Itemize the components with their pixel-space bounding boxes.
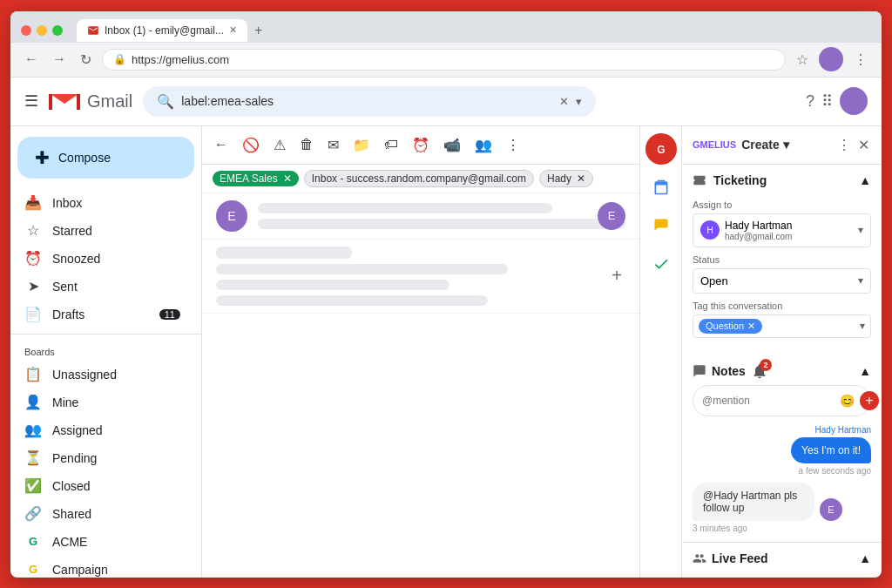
- help-button[interactable]: ?: [806, 92, 814, 111]
- search-tag-inbox[interactable]: Inbox - success.random.company@gmail.com: [304, 170, 534, 187]
- no-entry-button[interactable]: 🚫: [237, 132, 265, 159]
- add-email-button[interactable]: +: [605, 264, 629, 288]
- inbox-icon: 📥: [24, 194, 42, 211]
- note-input-area[interactable]: 😊 +: [693, 385, 871, 416]
- sidebar-item-snoozed[interactable]: ⏰ Snoozed: [10, 245, 194, 273]
- conversation-tag: Question ✕: [699, 319, 762, 334]
- lock-icon: 🔒: [113, 53, 126, 65]
- note-add-button[interactable]: +: [860, 391, 879, 410]
- assign-select[interactable]: H Hady Hartman hady@gmail.com ▾: [693, 213, 871, 247]
- user-avatar-browser[interactable]: [819, 47, 843, 71]
- address-bar[interactable]: 🔒 https://gmelius.com: [102, 49, 786, 71]
- emoji-button[interactable]: 😊: [840, 394, 855, 408]
- boards-section-label: Boards: [10, 340, 201, 361]
- back-button[interactable]: ←: [21, 48, 42, 71]
- video-button[interactable]: 📹: [438, 132, 466, 159]
- ticketing-label: Ticketing: [713, 173, 767, 187]
- compose-button[interactable]: ✚ Compose: [17, 137, 194, 179]
- search-tag-hady[interactable]: Hady ✕: [539, 170, 593, 187]
- notes-section-body: 😊 + Hady Hartman Yes I'm on it!: [682, 385, 882, 542]
- sidebar-item-drafts[interactable]: 📄 Drafts 11: [10, 301, 194, 328]
- sidebar-item-closed[interactable]: ✅ Closed: [10, 472, 194, 500]
- email-skeleton-lines-1: [258, 203, 625, 229]
- user-avatar-gmail[interactable]: [840, 87, 868, 115]
- forward-button[interactable]: →: [49, 48, 70, 71]
- star-icon: ☆: [24, 222, 42, 239]
- note-mention-input[interactable]: [702, 395, 833, 407]
- assign-button[interactable]: 👥: [470, 132, 497, 159]
- clock-button[interactable]: ⏰: [407, 132, 435, 159]
- note-bubble-wrap-1: Hady Hartman Yes I'm on it!: [791, 425, 871, 463]
- minimize-traffic-light[interactable]: [37, 25, 47, 36]
- sidebar-item-unassigned-label: Unassigned: [52, 368, 180, 382]
- drafts-icon: 📄: [24, 306, 42, 322]
- alert-button[interactable]: ⚠: [268, 132, 291, 159]
- delete-button[interactable]: 🗑: [294, 132, 319, 158]
- sidebar-divider: [10, 334, 201, 335]
- sidebar-item-pending[interactable]: ⏳ Pending: [10, 444, 194, 472]
- sidebar-item-sent[interactable]: ➤ Sent: [10, 273, 194, 301]
- search-bar[interactable]: 🔍 ✕ ▾: [143, 86, 596, 117]
- note-time-2: 3 minutes ago: [693, 524, 747, 533]
- search-dropdown-button[interactable]: ▾: [576, 95, 582, 108]
- sidebar-item-starred[interactable]: ☆ Starred: [10, 217, 194, 245]
- calendar-strip-button[interactable]: [645, 172, 677, 203]
- bookmark-button[interactable]: ☆: [793, 48, 812, 71]
- search-clear-button[interactable]: ✕: [559, 95, 569, 108]
- hamburger-menu-button[interactable]: ☰: [24, 91, 38, 111]
- live-feed-section-header[interactable]: Live Feed ▲: [682, 542, 882, 571]
- gmelius-brand-label: GMELIUS: [693, 139, 736, 150]
- live-feed-label: Live Feed: [712, 551, 768, 565]
- sidebar-item-mine[interactable]: 👤 Mine: [10, 389, 194, 416]
- tag-input-area[interactable]: Question ✕ ▾: [693, 314, 871, 338]
- email-item-1[interactable]: E E: [202, 193, 639, 240]
- notes-section-header[interactable]: Notes 2 ▲: [682, 354, 882, 385]
- folder-button[interactable]: 📁: [348, 132, 375, 159]
- check-strip-button[interactable]: [645, 248, 677, 280]
- tag-button[interactable]: 🏷: [379, 132, 403, 158]
- sent-icon: ➤: [24, 278, 42, 294]
- assigned-icon: 👥: [24, 422, 42, 438]
- notes-strip-button[interactable]: [645, 210, 677, 241]
- compose-plus-icon: ✚: [35, 147, 50, 168]
- create-button[interactable]: Create ▾: [741, 138, 789, 152]
- apps-button[interactable]: ⠿: [821, 91, 833, 111]
- gmelius-more-button[interactable]: ⋮: [835, 135, 853, 155]
- ticket-icon: [693, 173, 706, 187]
- browser-titlebar: Inbox (1) - emily@gmail... ✕ +: [10, 11, 882, 43]
- search-input[interactable]: [181, 94, 552, 108]
- search-tag-emea-remove[interactable]: ✕: [283, 172, 292, 185]
- more-button[interactable]: ⋮: [501, 132, 525, 159]
- conversation-tag-remove[interactable]: ✕: [747, 321, 755, 332]
- gmelius-strip-button[interactable]: G: [645, 133, 677, 165]
- scroll-more-indicator: ▾: [682, 571, 882, 578]
- sidebar-item-campaign[interactable]: G Campaign: [10, 556, 194, 578]
- sidebar-item-inbox[interactable]: 📥 Inbox: [10, 189, 194, 217]
- back-to-list-button[interactable]: ←: [209, 132, 233, 158]
- notes-section-icon: [693, 364, 706, 378]
- status-select[interactable]: Open ▾: [693, 268, 871, 294]
- browser-tab[interactable]: Inbox (1) - emily@gmail... ✕: [77, 19, 247, 42]
- search-tag-hady-remove[interactable]: ✕: [577, 172, 585, 185]
- search-tag-emea[interactable]: EMEA Sales ✕: [213, 171, 299, 186]
- close-traffic-light[interactable]: [21, 25, 31, 36]
- sidebar-item-pending-label: Pending: [52, 451, 180, 465]
- email-item-2[interactable]: +: [202, 240, 639, 314]
- sidebar-item-unassigned[interactable]: 📋 Unassigned: [10, 361, 194, 389]
- gmelius-close-button[interactable]: ✕: [856, 135, 871, 155]
- svg-text:G: G: [657, 144, 665, 156]
- maximize-traffic-light[interactable]: [52, 25, 63, 36]
- sidebar-item-shared[interactable]: 🔗 Shared: [10, 500, 194, 528]
- gmail-logo: Gmail: [49, 91, 132, 112]
- close-tab-button[interactable]: ✕: [229, 24, 237, 36]
- sidebar-item-assigned[interactable]: 👥 Assigned: [10, 416, 194, 444]
- gmail-header: ☰ Gmail 🔍 ✕ ▾ ? ⠿: [10, 78, 882, 126]
- ticketing-section-header[interactable]: Ticketing ▲: [682, 165, 882, 193]
- email-thread: EMEA Sales ✕ Inbox - success.random.comp…: [202, 165, 639, 578]
- new-tab-button[interactable]: +: [247, 19, 269, 42]
- envelope-button[interactable]: ✉: [322, 132, 344, 159]
- refresh-button[interactable]: ↻: [77, 48, 95, 71]
- sidebar-item-acme[interactable]: G ACME: [10, 528, 194, 556]
- live-feed-collapse-icon: ▲: [859, 551, 871, 565]
- menu-button[interactable]: ⋮: [850, 48, 871, 71]
